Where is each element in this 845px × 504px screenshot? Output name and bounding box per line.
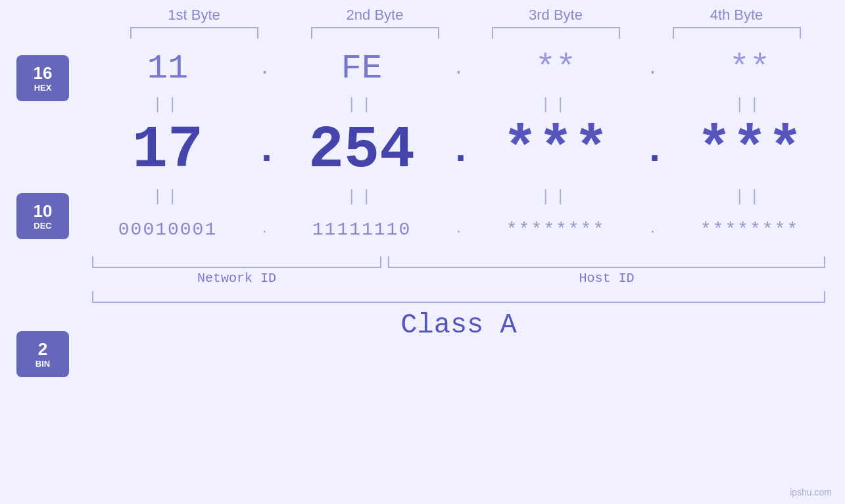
bracket-top-4 [673, 27, 801, 39]
hex-dot-1: . [259, 58, 270, 79]
bin-b1: 00010001 [118, 219, 217, 240]
byte-header-2: 2nd Byte [302, 7, 447, 24]
hex-b4: ** [729, 49, 770, 88]
bin-dot-1: . [261, 223, 268, 236]
dec-b2: 254 [308, 117, 415, 184]
bin-badge: 2 BIN [16, 331, 69, 377]
dec-dot-3: . [643, 128, 667, 173]
eq1-b1: || [104, 96, 232, 114]
eq2-b4: || [686, 188, 814, 206]
dec-dot-1: . [255, 128, 279, 173]
byte-header-1: 1st Byte [122, 7, 266, 24]
hex-b1: 11 [147, 49, 188, 88]
hex-dot-2: . [453, 58, 464, 79]
dec-b3: *** [502, 117, 609, 184]
dec-num: 10 [34, 202, 53, 221]
class-label: Class A [400, 309, 516, 341]
hex-dot-3: . [647, 58, 658, 79]
bracket-host [388, 256, 825, 268]
bracket-network [92, 256, 381, 268]
bracket-top-1 [130, 27, 258, 39]
byte-header-3: 3rd Byte [483, 7, 628, 24]
dec-badge: 10 DEC [16, 193, 69, 239]
bin-b2: 11111110 [312, 219, 411, 240]
eq2-b2: || [298, 188, 426, 206]
dec-dot-2: . [449, 128, 473, 173]
eq1-b2: || [298, 96, 426, 114]
eq2-b3: || [492, 188, 620, 206]
hex-b3: ** [535, 49, 576, 88]
outer-bracket [92, 291, 825, 303]
hex-name: HEX [34, 83, 52, 93]
hex-num: 16 [34, 64, 53, 83]
dec-b1: 17 [132, 117, 203, 184]
dec-b4: *** [696, 117, 803, 184]
dec-name: DEC [34, 221, 51, 231]
base-labels-column: 16 HEX 10 DEC 2 BIN [0, 42, 85, 377]
eq1-b4: || [686, 96, 814, 114]
bracket-top-3 [492, 27, 620, 39]
bin-dot-2: . [455, 223, 462, 236]
byte-headers-row: 1st Byte 2nd Byte 3rd Byte 4th Byte [104, 7, 827, 24]
host-id-label: Host ID [388, 271, 825, 286]
bin-dot-3: . [649, 223, 656, 236]
bin-num: 2 [38, 340, 47, 359]
top-brackets [104, 27, 827, 39]
bin-name: BIN [36, 359, 50, 369]
network-id-label: Network ID [92, 271, 381, 286]
main-container: 1st Byte 2nd Byte 3rd Byte 4th Byte 16 H… [0, 0, 845, 504]
eq1-b3: || [492, 96, 620, 114]
bracket-top-2 [311, 27, 439, 39]
hex-b2: FE [341, 49, 382, 88]
bin-b3: ******** [506, 219, 605, 240]
hex-badge: 16 HEX [16, 55, 69, 101]
eq2-b1: || [104, 188, 232, 206]
byte-header-4: 4th Byte [664, 7, 809, 24]
watermark: ipshu.com [790, 487, 832, 497]
bin-b4: ******** [700, 219, 799, 240]
